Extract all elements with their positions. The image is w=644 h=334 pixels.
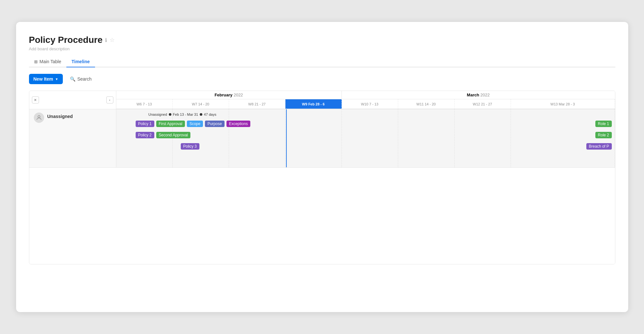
new-item-label: New Item (34, 76, 53, 82)
summary-days: 47 days (204, 113, 216, 116)
week-dividers (116, 109, 615, 167)
chip-scope[interactable]: Scope (187, 121, 203, 127)
search-button[interactable]: 🔍 Search (67, 74, 95, 84)
empty-area (29, 167, 615, 264)
divider-w7 (173, 109, 229, 167)
chip-label: Second Approval (159, 133, 188, 137)
close-button[interactable]: ✕ (32, 96, 39, 103)
divider-w8 (229, 109, 285, 167)
summary-dot-start (169, 113, 171, 116)
week-w10: W10 7 - 13 (342, 99, 398, 109)
chip-label: Policy 3 (183, 144, 197, 149)
timeline-body: Unassigned Unas (29, 109, 615, 167)
divider-w11 (398, 109, 455, 167)
chips-row-1: Policy 1 First Approval Scope Purpose Ex… (136, 121, 251, 127)
divider-w13 (511, 109, 615, 167)
chip-policy-1[interactable]: Policy 1 (136, 121, 154, 127)
chip-label: Policy 2 (138, 133, 152, 137)
week-row: W6 7 - 13 W7 14 - 20 W8 21 - 27 W9 Feb 2… (116, 99, 615, 109)
row-label-unassigned: Unassigned (29, 109, 116, 167)
search-icon: 🔍 (70, 76, 75, 82)
feb-month-block: February 2022 (116, 91, 342, 99)
chip-breach[interactable]: Breach of P (586, 143, 612, 150)
toolbar: New Item ▼ 🔍 Search (29, 74, 615, 84)
week-w13: W13 Mar 28 - 3 (511, 99, 615, 109)
chip-policy-3[interactable]: Policy 3 (181, 143, 199, 150)
tab-timeline-label: Timeline (72, 59, 90, 64)
info-icon[interactable]: ℹ (105, 37, 107, 43)
chevron-down-icon: ▼ (55, 77, 58, 81)
chip-role-1[interactable]: Role 1 (595, 121, 612, 127)
header-title-row: Policy Procedure ℹ ☆ (29, 35, 615, 45)
chip-label: First Approval (159, 122, 182, 126)
timeline-container: ✕ ‹ February 2022 March 2022 (29, 91, 615, 264)
tab-timeline[interactable]: Timeline (66, 56, 95, 67)
divider-w10 (342, 109, 398, 167)
board-title: Policy Procedure (29, 35, 103, 45)
chip-role-2[interactable]: Role 2 (595, 132, 612, 138)
chip-first-approval[interactable]: First Approval (156, 121, 185, 127)
summary-text: Unassigned (149, 113, 167, 116)
new-item-button[interactable]: New Item ▼ (29, 74, 63, 84)
divider-w6 (116, 109, 173, 167)
week-w6: W6 7 - 13 (116, 99, 173, 109)
divider-w12 (455, 109, 511, 167)
timeline-label-col-header: ✕ ‹ (29, 91, 116, 109)
week-w11: W11 14 - 20 (398, 99, 455, 109)
star-icon[interactable]: ☆ (110, 36, 115, 44)
week-w7: W7 14 - 20 (173, 99, 229, 109)
board-description[interactable]: Add board description (29, 46, 615, 51)
chip-label: Breach of P (589, 144, 609, 149)
chip-label: Role 2 (598, 133, 609, 137)
month-row: February 2022 March 2022 (116, 91, 615, 99)
summary-date-range: Feb 13 - Mar 31 (173, 113, 198, 116)
mar-name: March (467, 93, 479, 97)
week-w8: W8 21 - 27 (229, 99, 285, 109)
collapse-button[interactable]: ‹ (106, 96, 113, 103)
chip-exceptions[interactable]: Exceptions (226, 121, 251, 127)
chip-second-approval[interactable]: Second Approval (156, 132, 191, 138)
tab-main-table-label: Main Table (40, 59, 61, 64)
chips-row-3: Policy 3 (181, 143, 199, 150)
svg-point-0 (38, 115, 40, 118)
feb-name: February (215, 93, 233, 97)
timeline-header: ✕ ‹ February 2022 March 2022 (29, 91, 615, 109)
chip-label: Scope (189, 122, 200, 126)
summary-dot-end (200, 113, 202, 116)
table-icon: ⊞ (34, 59, 38, 64)
mar-year: 2022 (480, 93, 490, 97)
week-w9: W9 Feb 28 - 6 (285, 99, 342, 109)
mar-month-block: March 2022 (342, 91, 615, 99)
tab-main-table[interactable]: ⊞ Main Table (29, 56, 66, 67)
feb-year: 2022 (234, 93, 243, 97)
main-card: Policy Procedure ℹ ☆ Add board descripti… (16, 22, 628, 312)
timeline-grid: Unassigned Feb 13 - Mar 31 47 days Polic… (116, 109, 615, 167)
chips-row-2: Policy 2 Second Approval (136, 132, 191, 138)
summary-bar: Unassigned Feb 13 - Mar 31 47 days (149, 113, 216, 116)
divider-w9 (285, 109, 342, 167)
week-w12: W12 21 - 27 (455, 99, 511, 109)
tabs: ⊞ Main Table Timeline (29, 56, 615, 67)
search-label: Search (77, 76, 91, 82)
chip-purpose[interactable]: Purpose (205, 121, 225, 127)
chip-policy-2[interactable]: Policy 2 (136, 132, 154, 138)
month-week-headers: February 2022 March 2022 W6 7 - 13 W7 14… (116, 91, 615, 109)
chip-label: Exceptions (229, 122, 248, 126)
chip-label: Policy 1 (138, 122, 152, 126)
chip-label: Role 1 (598, 122, 609, 126)
row-name-unassigned: Unassigned (47, 113, 73, 119)
avatar-unassigned (34, 113, 44, 123)
today-line (286, 109, 287, 167)
chip-label: Purpose (207, 122, 222, 126)
